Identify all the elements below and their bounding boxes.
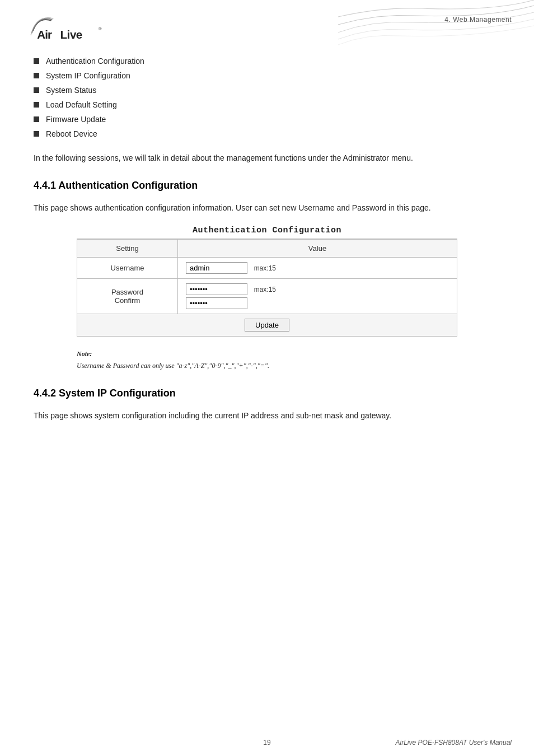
logo: Air Live ®	[22, 10, 112, 45]
list-item: Authentication Configuration	[34, 57, 500, 66]
page-number: 19	[263, 739, 270, 746]
bullet-icon	[34, 73, 39, 78]
footer-brand: AirLive POE-FSH808AT User's Manual	[396, 739, 512, 746]
bullet-icon	[34, 131, 39, 137]
bullet-icon	[34, 87, 39, 93]
page-content: Authentication Configuration System IP C…	[0, 45, 534, 455]
note-text: Username & Password can only use "a-z","…	[77, 361, 457, 371]
page-header: Air Live ® 4. Web Management	[0, 0, 534, 45]
section-442-heading: 4.4.2 System IP Configuration	[34, 388, 500, 399]
update-row: Update	[77, 314, 457, 336]
auth-config-box: Authentication Configuration Setting Val…	[77, 226, 457, 337]
intro-paragraph: In the following sessions, we will talk …	[34, 152, 500, 164]
note-title: Note:	[77, 350, 457, 358]
note-area: Note: Username & Password can only use "…	[77, 350, 457, 371]
list-item: Load Default Setting	[34, 100, 500, 109]
update-button[interactable]: Update	[245, 319, 289, 332]
username-input[interactable]	[186, 262, 247, 274]
menu-items-list: Authentication Configuration System IP C…	[34, 57, 500, 138]
password-input[interactable]	[186, 283, 247, 295]
username-value-cell: max:15	[178, 257, 457, 278]
list-item: Firmware Update	[34, 115, 500, 124]
password-max: max:15	[254, 286, 276, 293]
password-row: Password Confirm max:15	[77, 278, 457, 314]
username-max: max:15	[254, 264, 276, 272]
section-441-heading: 4.4.1 Authentication Configuration	[34, 180, 500, 192]
header-chapter: 4. Web Management	[444, 10, 512, 24]
svg-text:Live: Live	[60, 28, 82, 41]
username-label: Username	[77, 257, 178, 278]
col-setting: Setting	[77, 239, 178, 257]
section-442-description: This page shows system configuration inc…	[34, 409, 500, 422]
bullet-icon	[34, 58, 39, 64]
confirm-input[interactable]	[186, 297, 247, 309]
list-item: System Status	[34, 86, 500, 95]
section-441-description: This page shows authentication configura…	[34, 202, 500, 214]
col-value: Value	[178, 239, 457, 257]
bullet-icon	[34, 116, 39, 122]
password-value-cell: max:15	[178, 278, 457, 314]
list-item: System IP Configuration	[34, 71, 500, 80]
update-cell: Update	[77, 314, 457, 336]
auth-table: Setting Value Username max:15 Password C…	[77, 239, 457, 337]
list-item: Reboot Device	[34, 129, 500, 138]
username-row: Username max:15	[77, 257, 457, 278]
password-confirm-label: Password Confirm	[77, 278, 178, 314]
svg-text:Air: Air	[37, 28, 52, 41]
bullet-icon	[34, 102, 39, 108]
svg-text:®: ®	[99, 26, 102, 31]
auth-config-table-title: Authentication Configuration	[77, 226, 457, 235]
